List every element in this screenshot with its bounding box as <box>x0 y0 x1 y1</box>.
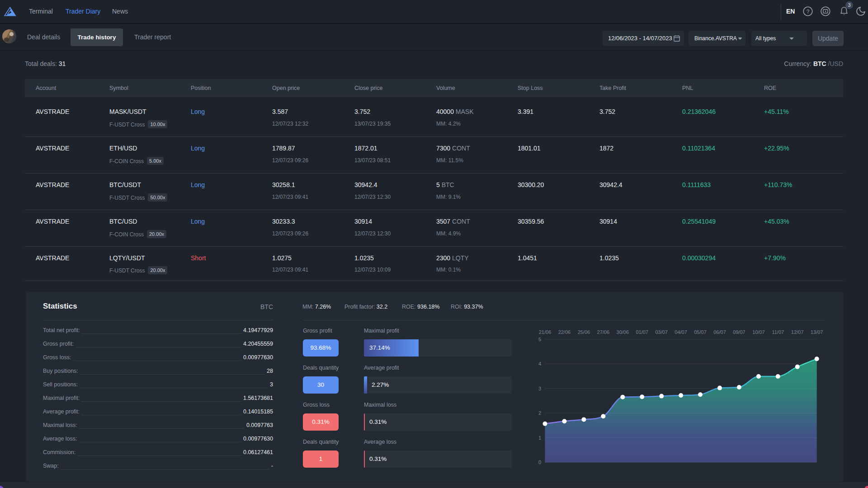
svg-text:2: 2 <box>538 410 541 416</box>
svg-text:5: 5 <box>538 337 541 342</box>
svg-text:4: 4 <box>538 361 541 366</box>
svg-text:25/06: 25/06 <box>578 329 590 335</box>
svg-text:22/06: 22/06 <box>558 329 571 335</box>
svg-text:11/07: 11/07 <box>772 329 784 335</box>
svg-text:01/07: 01/07 <box>636 329 648 335</box>
svg-text:0: 0 <box>538 460 541 465</box>
svg-text:10/07: 10/07 <box>752 329 765 335</box>
svg-text:05/07: 05/07 <box>694 329 707 335</box>
svg-text:21/06: 21/06 <box>539 329 552 335</box>
svg-text:27/06: 27/06 <box>597 329 610 335</box>
svg-text:03/07: 03/07 <box>655 329 668 335</box>
svg-text:06/07: 06/07 <box>713 329 726 335</box>
svg-text:12/07: 12/07 <box>791 329 804 335</box>
svg-text:13/07: 13/07 <box>811 329 823 335</box>
svg-text:30/06: 30/06 <box>617 329 629 335</box>
svg-text:04/07: 04/07 <box>675 329 687 335</box>
svg-text:1: 1 <box>538 435 541 441</box>
svg-text:09/07: 09/07 <box>733 329 745 335</box>
svg-text:3: 3 <box>538 386 541 391</box>
